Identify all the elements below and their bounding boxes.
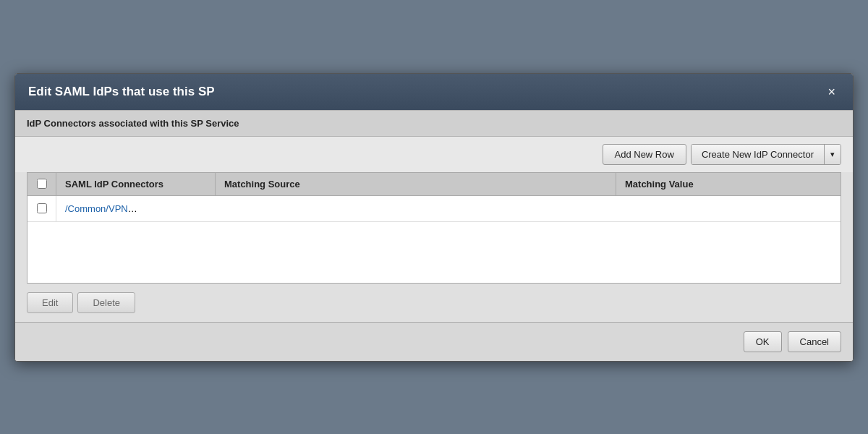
header-checkbox[interactable] (37, 179, 47, 189)
dialog-title: Edit SAML IdPs that use this SP (28, 85, 215, 99)
row-matching-source-cell (216, 196, 528, 221)
create-new-idp-dropdown[interactable]: Create New IdP Connector ▾ (691, 144, 841, 165)
cancel-button[interactable]: Cancel (788, 331, 841, 352)
row-idp-connector-cell: /Common/VPN … (56, 196, 216, 221)
section-header: IdP Connectors associated with this SP S… (15, 110, 853, 137)
toolbar: Add New Row Create New IdP Connector ▾ (15, 137, 853, 172)
table-header: SAML IdP Connectors Matching Source Matc… (27, 173, 841, 196)
col-matching-source: Matching Source (216, 173, 616, 195)
close-button[interactable]: × (823, 84, 840, 100)
dialog-header: Edit SAML IdPs that use this SP × (15, 74, 853, 110)
col-saml-idp-connectors: SAML IdP Connectors (56, 173, 216, 195)
col-matching-value: Matching Value (616, 173, 841, 195)
delete-button[interactable]: Delete (77, 292, 135, 313)
dialog-footer: OK Cancel (15, 322, 853, 361)
edit-saml-idps-dialog: Edit SAML IdPs that use this SP × IdP Co… (14, 73, 854, 362)
dialog-body: IdP Connectors associated with this SP S… (15, 110, 853, 322)
edit-button[interactable]: Edit (27, 292, 73, 313)
table-row: /Common/VPN … (27, 196, 841, 222)
ok-button[interactable]: OK (744, 331, 782, 352)
add-new-row-button[interactable]: Add New Row (603, 144, 686, 165)
idp-connector-link[interactable]: /Common/VPN (65, 203, 128, 214)
row-matching-value-cell (528, 196, 841, 221)
bottom-buttons: Edit Delete (15, 284, 853, 322)
create-new-idp-button[interactable]: Create New IdP Connector (692, 145, 825, 164)
table-body: /Common/VPN … (27, 196, 841, 283)
row-checkbox[interactable] (37, 203, 47, 213)
ellipsis: … (128, 203, 137, 214)
create-new-idp-dropdown-arrow[interactable]: ▾ (825, 145, 841, 164)
idp-connectors-table: SAML IdP Connectors Matching Source Matc… (27, 172, 841, 284)
row-checkbox-cell (27, 196, 56, 221)
header-checkbox-cell (27, 173, 56, 195)
